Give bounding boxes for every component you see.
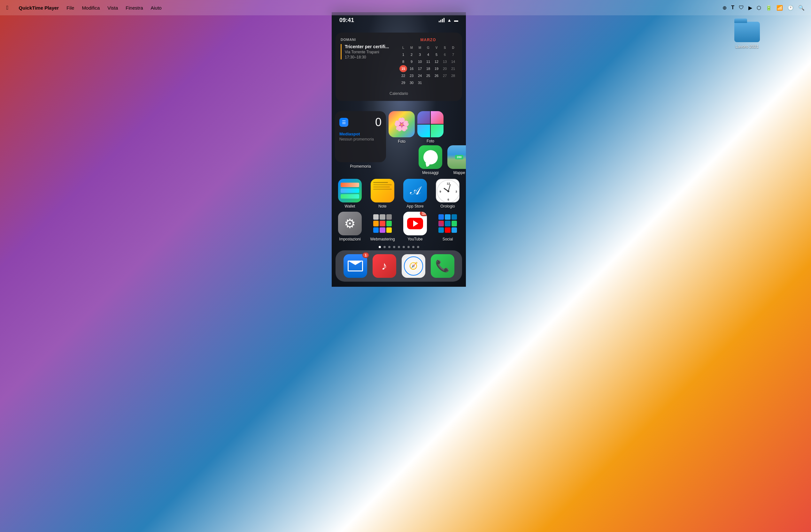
wifi-icon[interactable]: 📶 xyxy=(777,5,783,11)
wallet-card-3 xyxy=(341,194,359,199)
menu-aiuto[interactable]: Aiuto xyxy=(151,5,162,11)
safari-needle-icon: 🧭 xyxy=(409,262,418,270)
app-grid-area: ☰ 0 Mediaspot Nessun promemoria Promemor… xyxy=(332,111,466,253)
calendar-right: MARZO L M M G V S D 1 2 xyxy=(399,38,457,86)
dock-safari[interactable]: 🧭 xyxy=(402,254,425,278)
mail-icon: 1 xyxy=(343,254,367,278)
reminders-label: Promemoria xyxy=(350,164,371,169)
page-dot-4 xyxy=(393,246,395,248)
desktop-folder[interactable]: Lavoro 2021 xyxy=(734,22,760,49)
photo-thumb-4 xyxy=(431,125,444,137)
shield-icon[interactable]: 🛡 xyxy=(739,5,744,11)
menu-file[interactable]: File xyxy=(66,5,74,11)
signal-icon xyxy=(439,18,444,22)
gear-symbol: ⚙ xyxy=(344,216,356,231)
page-dot-9 xyxy=(417,246,419,248)
bluetooth-icon[interactable]: ⬡ xyxy=(757,5,761,11)
music-icon: ♪ xyxy=(372,254,396,278)
app-wallet[interactable]: Wallet xyxy=(337,179,363,208)
app-note[interactable]: Note xyxy=(369,179,396,208)
foto-small-widget[interactable] xyxy=(417,111,444,137)
appstore-a-symbol: 𝒜 xyxy=(410,184,420,197)
event-section: DOMANI Tricenter per certifi... Via Torr… xyxy=(341,38,457,86)
mail-envelope-wrapper xyxy=(348,261,363,271)
orologio-icon: 12 3 6 9 xyxy=(436,179,459,202)
reminders-subtitle: Nessun promemoria xyxy=(339,137,382,141)
calendar-week-1: 1 2 3 4 5 6 7 xyxy=(399,51,457,58)
app-youtube[interactable]: 19 YouTube xyxy=(402,212,428,241)
safari-compass-icon: 🧭 xyxy=(404,256,423,276)
event-title: Tricenter per certifi... xyxy=(345,44,396,49)
app-appstore[interactable]: 𝒜 App Store xyxy=(402,179,428,208)
wifi-status-icon: ▲ xyxy=(447,18,452,23)
youtube-badge: 19 xyxy=(420,212,427,216)
page-dots xyxy=(335,246,463,248)
youtube-label: YouTube xyxy=(408,237,423,241)
calendar-widget[interactable]: DOMANI Tricenter per certifi... Via Torr… xyxy=(336,33,462,101)
calendar-week-3: 15 16 17 18 19 20 21 xyxy=(399,65,457,72)
wallet-card-1 xyxy=(341,183,359,187)
reminders-icon: ☰ xyxy=(339,118,348,127)
foto-large-widget[interactable]: 🌸 xyxy=(388,111,415,137)
svg-text:6: 6 xyxy=(447,198,449,201)
appstore-icon: 𝒜 xyxy=(403,179,427,202)
app-webmastering[interactable]: Webmastering xyxy=(369,212,396,241)
event-left: DOMANI Tricenter per certifi... Via Torr… xyxy=(341,38,396,86)
webm-grid xyxy=(371,212,394,235)
photo-thumb-1 xyxy=(417,111,430,124)
event-time: 17:30–18:30 xyxy=(345,55,396,59)
app-impostazioni[interactable]: ⚙ Impostazioni xyxy=(337,212,363,241)
menu-modifica[interactable]: Modifica xyxy=(82,5,100,11)
app-social[interactable]: Social xyxy=(434,212,461,241)
cal-header-d: D xyxy=(449,44,457,51)
play-icon[interactable]: ▶ xyxy=(748,5,752,11)
app-name[interactable]: QuickTime Player xyxy=(19,5,59,11)
note-label: Note xyxy=(378,204,386,208)
typora-icon[interactable]: T xyxy=(731,5,734,11)
youtube-play-button xyxy=(407,218,423,229)
note-lines xyxy=(373,182,392,190)
search-icon[interactable]: 🔍 xyxy=(798,5,805,11)
appstore-label: App Store xyxy=(407,204,424,208)
menu-vista[interactable]: Vista xyxy=(107,5,118,11)
event-label: DOMANI xyxy=(341,38,396,42)
app-orologio[interactable]: 12 3 6 9 Orologio xyxy=(434,179,461,208)
dock-phone[interactable]: 📞 xyxy=(431,254,454,278)
page-dot-8 xyxy=(412,246,414,248)
mail-badge: 1 xyxy=(362,252,369,258)
page-dot-6 xyxy=(403,246,405,248)
youtube-triangle-icon xyxy=(413,220,418,227)
social-icon xyxy=(436,212,459,235)
calendar-week-5: 29 30 31 xyxy=(399,79,457,86)
svg-point-7 xyxy=(447,190,449,192)
event-card: Tricenter per certifi... Via Torrente Tr… xyxy=(341,44,396,59)
maps-inner: 280 xyxy=(447,145,466,169)
page-dot-7 xyxy=(408,246,410,248)
social-grid xyxy=(436,212,459,235)
phone-icon: 📞 xyxy=(431,254,454,278)
photo-thumb-3 xyxy=(417,125,430,137)
menubar-right: ⊕ T 🛡 ▶ ⬡ 🔋 📶 🕐 🔍 xyxy=(722,5,805,11)
folder-label: Lavoro 2021 xyxy=(736,44,759,49)
app-mappe[interactable]: 280 Mappe xyxy=(446,145,466,175)
app-messaggi[interactable]: Messaggi xyxy=(417,145,444,175)
calendar-widget-label: Calendario xyxy=(341,91,457,96)
dock-mail[interactable]: 1 xyxy=(343,254,367,278)
apple-menu-icon[interactable]:  xyxy=(6,4,9,11)
reminders-widget[interactable]: ☰ 0 Mediaspot Nessun promemoria xyxy=(335,111,386,162)
control-center-icon[interactable]: ⊕ xyxy=(722,5,726,11)
clock-icon[interactable]: 🕐 xyxy=(787,5,794,11)
menu-finestra[interactable]: Finestra xyxy=(126,5,143,11)
svg-text:9: 9 xyxy=(439,190,441,193)
dock-music[interactable]: ♪ xyxy=(372,254,396,278)
calendar-header-row: L M M G V S D xyxy=(399,44,457,51)
cal-header-g: G xyxy=(424,44,432,51)
widgets-row: ☰ 0 Mediaspot Nessun promemoria Promemor… xyxy=(335,111,463,175)
social-label: Social xyxy=(443,237,453,241)
foto-column: 🌸 Foto xyxy=(388,111,415,144)
svg-text:3: 3 xyxy=(455,190,457,193)
menubar-left:  QuickTime Player File Modifica Vista F… xyxy=(6,4,162,11)
impostazioni-icon: ⚙ xyxy=(338,212,362,235)
cal-header-v: V xyxy=(433,44,440,51)
event-location: Via Torrente Trapani xyxy=(345,50,396,54)
